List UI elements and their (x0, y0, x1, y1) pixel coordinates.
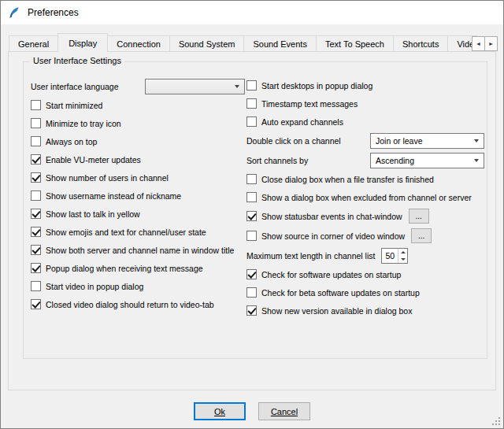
checkbox[interactable] (31, 263, 41, 273)
video-source-label: Show source in corner of video window (261, 231, 405, 241)
checkbox[interactable] (31, 227, 41, 237)
checkbox[interactable] (31, 190, 41, 201)
sort-channels-label: Sort channels by (246, 156, 308, 165)
checkbox[interactable] (31, 154, 41, 165)
button-row: Ok Cancel (1, 402, 503, 420)
tab[interactable]: Shortcuts (393, 35, 448, 51)
tab[interactable]: General (9, 35, 58, 51)
checkbox[interactable] (246, 305, 257, 316)
max-text-length-value: 50 (382, 249, 398, 263)
language-row: User interface language (31, 76, 245, 96)
cancel-button[interactable]: Cancel (258, 402, 310, 420)
checkbox-label: Start desktops in popup dialog (261, 81, 372, 91)
tab-scroll-right-icon[interactable]: ► (484, 36, 498, 51)
checkbox-row[interactable]: Enable VU-meter updates (31, 150, 245, 168)
tab[interactable]: Sound Events (243, 35, 317, 51)
checkbox[interactable] (246, 174, 257, 184)
checkbox-row[interactable]: Show last to talk in yellow (31, 205, 245, 223)
statusbar-events-checkbox[interactable] (246, 211, 257, 221)
checkbox[interactable] (31, 100, 41, 110)
checkbox-row[interactable]: Start video in popup dialog (31, 277, 245, 295)
spin-down-icon[interactable] (398, 256, 407, 263)
checkbox[interactable] (246, 116, 257, 127)
tab-label: Shortcuts (402, 39, 439, 49)
checkbox-row[interactable]: Show number of users in channel (31, 168, 245, 187)
checkbox-label: Auto expand channels (261, 117, 343, 127)
tab[interactable]: Display (57, 33, 108, 52)
checkbox-row[interactable]: Closed video dialog should return to vid… (31, 295, 245, 313)
checkbox-label: Popup dialog when receiving text message (46, 264, 203, 273)
double-click-label: Double click on a channel (246, 136, 341, 146)
ok-button[interactable]: Ok (194, 402, 246, 420)
right-mid-checkbox-list: Close dialog box when a file transfer is… (246, 170, 484, 206)
checkbox[interactable] (31, 245, 41, 255)
checkbox-row[interactable]: Show username instead of nickname (31, 187, 245, 205)
group-title: User Interface Settings (30, 56, 124, 65)
sort-channels-row: Sort channels by Ascending (246, 150, 484, 170)
tab[interactable]: Text To Speech (316, 35, 394, 51)
checkbox-label: Show last to talk in yellow (46, 209, 140, 219)
preferences-dialog: Preferences User Interface Settings User… (0, 0, 504, 429)
checkbox-label: Close dialog box when a file transfer is… (261, 175, 434, 184)
left-checkbox-list: Start minimized Minimize to tray icon Al… (31, 96, 245, 313)
checkbox[interactable] (246, 98, 257, 109)
checkbox[interactable] (31, 136, 41, 146)
checkbox[interactable] (31, 118, 41, 128)
max-text-length-spinner[interactable]: 50 (381, 248, 408, 264)
checkbox-row[interactable]: Show emojis and text for channel/user st… (31, 223, 245, 241)
tab-page-panel: User Interface Settings User interface l… (8, 51, 496, 390)
cancel-button-label: Cancel (271, 407, 298, 416)
app-icon (8, 6, 20, 19)
checkbox-row[interactable]: Auto expand channels (246, 113, 484, 131)
chevron-down-icon (469, 135, 483, 147)
checkbox-row[interactable]: Show both server and channel name in win… (31, 241, 245, 259)
checkbox-row[interactable]: Check for beta software updates on start… (246, 283, 484, 301)
checkbox-row[interactable]: Close dialog box when a file transfer is… (246, 170, 484, 188)
checkbox-row[interactable]: Start minimized (31, 96, 245, 114)
tab-label: Connection (117, 39, 161, 49)
resize-grip[interactable] (491, 416, 502, 427)
statusbar-events-more-button[interactable]: ... (409, 209, 429, 224)
checkbox[interactable] (31, 172, 41, 183)
tab-bar: General Display Connection Sound System … (9, 33, 478, 52)
checkbox-label: Show both server and channel name in win… (46, 246, 234, 255)
checkbox-label: Always on top (46, 137, 97, 146)
checkbox-label: Show number of users in channel (46, 173, 169, 183)
checkbox[interactable] (246, 287, 257, 298)
tab-label: Sound Events (253, 39, 307, 49)
checkbox[interactable] (31, 299, 41, 309)
statusbar-events-row: Show statusbar events in chat-window ... (246, 206, 484, 226)
checkbox[interactable] (31, 281, 41, 291)
spin-up-icon[interactable] (398, 249, 407, 256)
tab-scroll-left-icon[interactable]: ◄ (472, 36, 485, 51)
tab-label: Sound System (179, 39, 235, 49)
checkbox-label: Start video in popup dialog (46, 282, 143, 291)
title-bar[interactable]: Preferences (1, 1, 503, 24)
checkbox-label: Show username instead of nickname (46, 191, 181, 201)
checkbox[interactable] (31, 209, 41, 219)
checkbox-row[interactable]: Popup dialog when receiving text message (31, 259, 245, 277)
checkbox-label: Start minimized (46, 101, 102, 110)
checkbox-label: Show a dialog box when excluded from cha… (261, 193, 472, 202)
video-source-more-button[interactable]: ... (411, 228, 432, 243)
checkbox-row[interactable]: Show new version available in dialog box (246, 301, 484, 320)
checkbox-label: Show emojis and text for channel/user st… (46, 227, 206, 237)
checkbox[interactable] (246, 80, 257, 91)
checkbox-row[interactable]: Check for software updates on startup (246, 265, 484, 283)
tab[interactable]: Sound System (169, 35, 245, 51)
checkbox-row[interactable]: Always on top (31, 132, 245, 150)
language-combobox[interactable] (145, 79, 245, 94)
tab-label: Display (69, 39, 97, 48)
tab[interactable]: Connection (107, 35, 170, 51)
checkbox[interactable] (246, 269, 257, 279)
checkbox-row[interactable]: Start desktops in popup dialog (246, 76, 484, 94)
double-click-combobox[interactable]: Join or leave (370, 133, 484, 149)
video-source-checkbox[interactable] (246, 231, 257, 241)
sort-channels-combobox[interactable]: Ascending (370, 153, 484, 168)
ok-button-label: Ok (214, 407, 225, 416)
checkbox-row[interactable]: Show a dialog box when excluded from cha… (246, 188, 484, 206)
chevron-down-icon (230, 80, 243, 93)
checkbox-row[interactable]: Minimize to tray icon (31, 114, 245, 132)
checkbox-row[interactable]: Timestamp text messages (246, 94, 484, 113)
checkbox[interactable] (246, 192, 257, 202)
